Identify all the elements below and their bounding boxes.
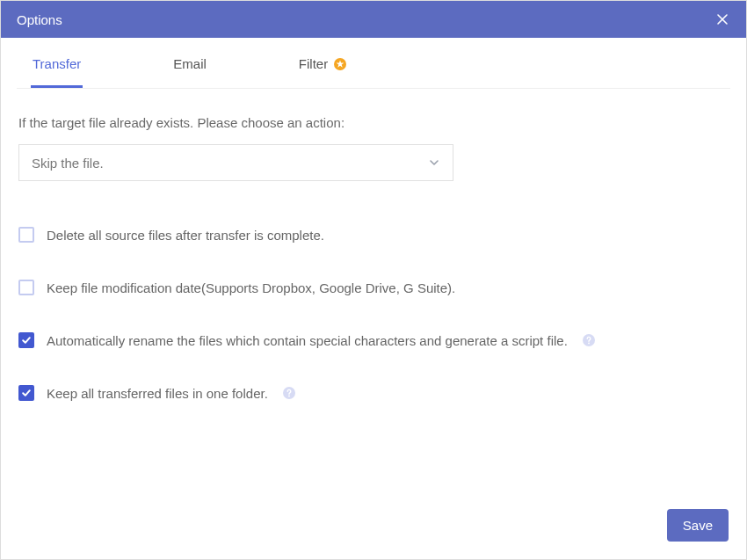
dialog-footer: Save: [1, 509, 746, 559]
option-label: Automatically rename the files which con…: [47, 333, 568, 348]
tab-label: Email: [173, 56, 207, 71]
checkbox-auto-rename[interactable]: [18, 332, 34, 348]
tab-label: Filter: [299, 56, 328, 71]
option-auto-rename: Automatically rename the files which con…: [18, 332, 727, 348]
star-badge-icon: [333, 57, 347, 71]
tab-transfer[interactable]: Transfer: [33, 56, 81, 87]
tab-email[interactable]: Email: [173, 56, 207, 87]
svg-point-2: [588, 343, 590, 345]
option-label: Delete all source files after transfer i…: [47, 228, 324, 243]
transfer-options: Delete all source files after transfer i…: [18, 227, 727, 401]
dialog-header: Options: [1, 1, 746, 38]
option-label: Keep file modification date(Supports Dro…: [47, 280, 455, 295]
option-keep-modification-date: Keep file modification date(Supports Dro…: [18, 280, 727, 295]
checkbox-one-folder[interactable]: [18, 385, 34, 401]
options-dialog: Options Transfer Email Filter If the tar…: [0, 0, 747, 560]
dialog-title: Options: [17, 12, 62, 27]
option-one-folder: Keep all transferred files in one folder…: [18, 385, 727, 401]
help-icon[interactable]: [582, 333, 596, 347]
option-label: Keep all transferred files in one folder…: [47, 386, 268, 401]
help-icon[interactable]: [282, 386, 296, 400]
svg-point-4: [288, 396, 290, 397]
tab-filter[interactable]: Filter: [299, 56, 347, 87]
select-value: Skip the file.: [32, 156, 104, 171]
close-icon[interactable]: [714, 11, 730, 27]
save-button[interactable]: Save: [667, 509, 729, 542]
tab-bar: Transfer Email Filter: [17, 38, 730, 89]
tab-content-transfer: If the target file already exists. Pleas…: [3, 89, 743, 509]
checkbox-keep-modification-date[interactable]: [18, 280, 34, 295]
option-delete-source: Delete all source files after transfer i…: [18, 227, 727, 243]
checkbox-delete-source[interactable]: [18, 227, 34, 243]
exists-prompt: If the target file already exists. Pleas…: [18, 115, 727, 130]
tab-label: Transfer: [33, 56, 81, 71]
exists-action-select[interactable]: Skip the file.: [18, 144, 453, 181]
chevron-down-icon: [428, 156, 440, 169]
